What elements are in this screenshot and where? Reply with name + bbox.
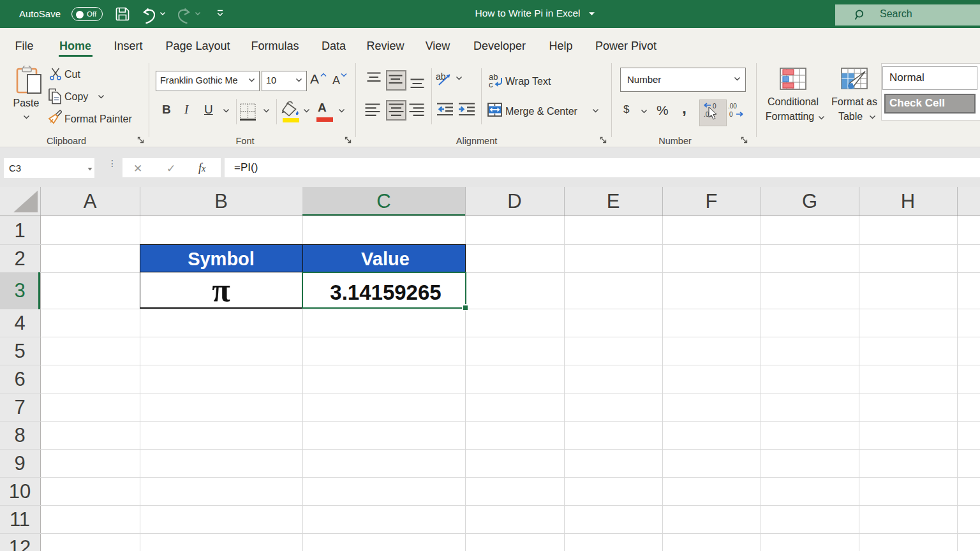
svg-text:c: c <box>489 80 493 89</box>
svg-text:0: 0 <box>729 111 733 118</box>
svg-text:.00: .00 <box>728 103 737 110</box>
